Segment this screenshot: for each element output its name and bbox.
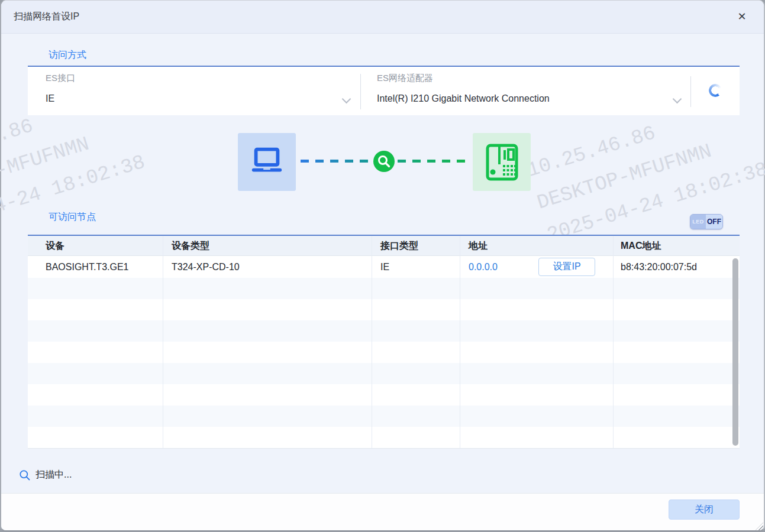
table-empty-row <box>28 427 740 448</box>
column-divider <box>372 236 372 448</box>
set-ip-button[interactable]: 设置IP <box>538 258 595 276</box>
accessible-nodes-section-title: 可访问节点 <box>49 211 96 223</box>
scan-status: 扫描中... <box>19 469 72 481</box>
access-method-section-title: 访问方式 <box>49 49 86 61</box>
column-divider <box>460 236 460 448</box>
dialog-footer: 关闭 <box>1 493 764 530</box>
access-method-panel: ES接口 IE ES网络适配器 Intel(R) I210 Gigabit Ne… <box>28 66 740 115</box>
col-header-device: 设备 <box>46 236 64 256</box>
nodes-table: 设备 设备类型 接口类型 地址 MAC地址 BAOSIGHT.T3.GE1 T3… <box>28 235 740 449</box>
table-empty-row <box>28 384 740 406</box>
scan-network-dialog: 10.25.46.86 DESKTOP-MFUFNMN 2025-04-24 1… <box>0 0 765 532</box>
local-computer-tile <box>238 133 296 191</box>
close-button[interactable]: 关闭 <box>669 499 740 520</box>
led-toggle[interactable]: LED OFF <box>690 214 723 229</box>
table-header: 设备 设备类型 接口类型 地址 MAC地址 <box>28 236 740 256</box>
divider <box>690 76 691 107</box>
watermark-line: DESKTOP-MFUFNMN <box>0 113 140 213</box>
cell-interface: IE <box>380 256 389 278</box>
dialog-titlebar: 扫描网络首设IP ✕ <box>1 1 764 34</box>
column-divider <box>613 236 614 448</box>
cell-address-link[interactable]: 0.0.0.0 <box>469 256 498 278</box>
divider <box>360 74 361 109</box>
scan-status-text: 扫描中... <box>35 469 72 481</box>
es-interface-label: ES接口 <box>46 73 75 84</box>
col-header-interface: 接口类型 <box>380 236 418 256</box>
dialog-title: 扫描网络首设IP <box>14 11 79 23</box>
cell-type: T324-XP-CD-10 <box>172 256 240 278</box>
col-header-type: 设备类型 <box>172 236 209 256</box>
col-header-address: 地址 <box>469 236 488 256</box>
es-adapter-value: Intel(R) I210 Gigabit Network Connection <box>377 93 550 104</box>
connection-dashes-left <box>301 160 370 163</box>
plc-device-icon <box>483 143 521 181</box>
led-toggle-label: LED <box>690 215 706 229</box>
search-icon <box>19 469 31 481</box>
close-icon[interactable]: ✕ <box>734 9 750 24</box>
cell-device: BAOSIGHT.T3.GE1 <box>46 256 128 278</box>
table-row[interactable]: BAOSIGHT.T3.GE1 T324-XP-CD-10 IE 0.0.0.0… <box>28 256 740 278</box>
screen: 10.25.46.86 DESKTOP-MFUFNMN 2025-04-24 1… <box>0 0 765 532</box>
chevron-down-icon <box>342 95 351 104</box>
table-empty-row <box>28 342 740 363</box>
table-empty-row <box>28 363 740 384</box>
es-interface-value: IE <box>46 93 54 104</box>
column-divider <box>163 236 163 448</box>
table-empty-row <box>28 278 740 299</box>
chevron-down-icon <box>673 95 682 104</box>
table-empty-row <box>28 406 740 427</box>
watermark-line: 2025-04-24 18:02:38 <box>0 146 150 245</box>
led-toggle-state: OFF <box>706 215 722 229</box>
table-empty-row <box>28 299 740 320</box>
remote-device-tile <box>473 133 531 191</box>
laptop-icon <box>248 144 285 180</box>
scan-search-icon <box>373 151 395 172</box>
scanning-spinner-icon <box>709 84 722 97</box>
watermark-line: DESKTOP-MFUFNMN <box>533 121 762 220</box>
table-scrollbar[interactable] <box>732 258 738 446</box>
cell-mac: b8:43:20:00:07:5d <box>621 256 697 278</box>
col-header-mac: MAC地址 <box>621 236 661 256</box>
table-empty-row <box>28 320 740 342</box>
connection-dashes-right <box>398 160 469 163</box>
es-adapter-label: ES网络适配器 <box>377 73 433 84</box>
